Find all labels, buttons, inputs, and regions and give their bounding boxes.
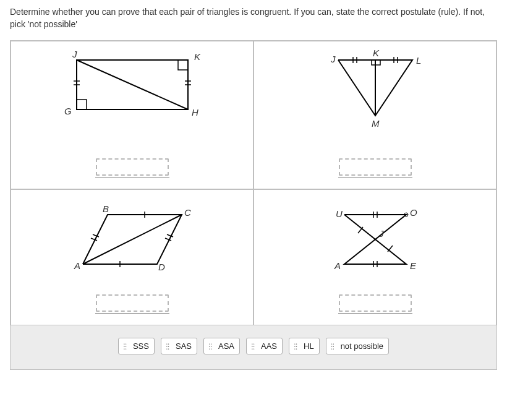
figure-rectangle: J K G H [11,48,253,134]
drag-handle-icon [331,343,338,350]
drop-zone-3[interactable] [96,294,169,312]
chip-label: HL [304,341,314,351]
chip-sas[interactable]: SAS [161,338,197,354]
chip-label: not possible [341,341,383,351]
label-J2: J [330,54,336,64]
drop-zone-4[interactable] [339,294,412,312]
cell-2: J K L M [254,41,496,189]
chip-label: AAS [261,341,277,351]
chip-not-possible[interactable]: not possible [326,338,389,354]
chip-label: SAS [176,341,192,351]
drop-underline [95,177,169,178]
chip-sss[interactable]: SSS [118,338,155,354]
svg-fig2: J K L M [307,48,443,134]
svg-fig1: J K G H [52,48,213,134]
cell-3: B C A D [11,189,254,325]
drag-handle-icon [294,343,300,350]
drop-underline [338,313,412,314]
svg-fig4: U O A E J [313,196,437,283]
label-H: H [192,107,198,118]
drop-zone-1[interactable] [96,158,169,176]
answer-chip-bar: SSS SAS ASA AAS HL not possible [11,325,496,369]
chip-label: ASA [218,341,234,351]
cell-4: U O A E J [254,189,496,325]
drag-handle-icon [252,343,258,350]
svg-rect-3 [77,100,87,109]
chip-asa[interactable]: ASA [203,338,240,354]
label-A4: A [334,260,341,271]
label-E: E [410,260,417,271]
svg-line-1 [77,60,188,109]
chip-hl[interactable]: HL [289,338,320,354]
label-A: A [74,260,80,271]
drop-underline [95,313,169,314]
label-K: K [194,51,201,62]
problem-grid: J K G H J K L M [11,41,496,325]
question-text: Determine whether you can prove that eac… [10,6,497,30]
drag-handle-icon [209,343,215,350]
label-C: C [184,207,191,218]
svg-rect-2 [178,60,188,70]
chip-aas[interactable]: AAS [246,338,283,354]
label-D: D [158,262,165,272]
label-Jc: J [378,228,384,239]
label-G: G [64,106,72,116]
figure-bowtie: U O A E J [254,196,496,283]
label-J: J [72,49,77,59]
drop-zone-2[interactable] [339,158,412,176]
figure-isoceles: J K L M [254,48,496,134]
drop-underline [338,177,412,178]
figure-parallelogram: B C A D [11,196,253,283]
label-L: L [416,55,421,66]
chip-label: SSS [133,341,149,351]
drag-handle-icon [166,343,173,350]
cell-1: J K G H [11,41,254,189]
label-M: M [372,118,380,129]
svg-fig3: B C A D [58,196,207,283]
table-wrap: J K G H J K L M [10,40,497,370]
label-B: B [103,204,109,214]
drag-handle-icon [124,343,130,350]
label-O: O [410,207,417,218]
label-U: U [336,208,343,219]
label-K2: K [373,48,380,58]
